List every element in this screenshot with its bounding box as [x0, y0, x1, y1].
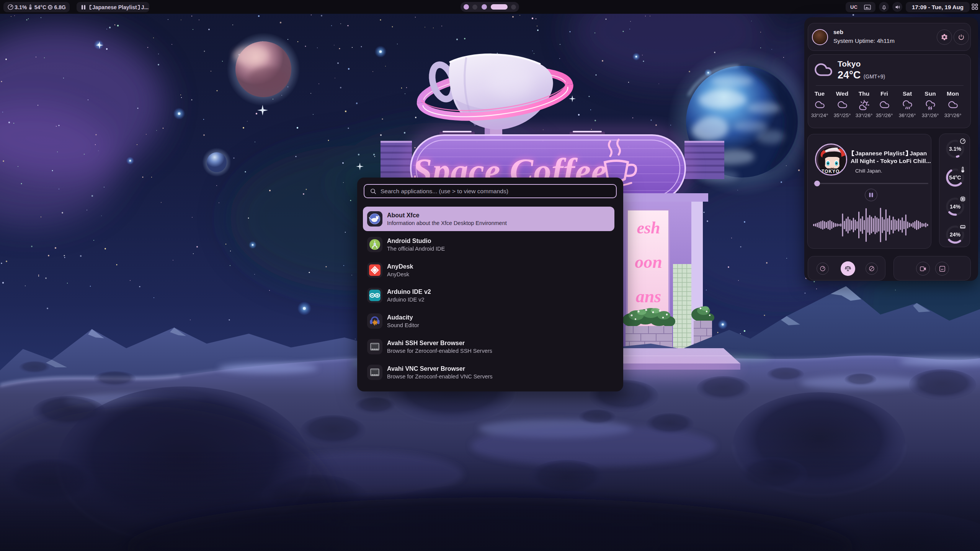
svg-text:TOKYO L: TOKYO L [822, 169, 844, 174]
svg-text:24%: 24% [950, 231, 961, 238]
svg-text:esh: esh [637, 218, 660, 237]
svg-text:oon: oon [635, 252, 662, 272]
svg-text:54°C: 54°C [949, 174, 961, 181]
svg-text:3.1%: 3.1% [949, 146, 961, 152]
svg-text:ans: ans [636, 287, 661, 306]
svg-text:14%: 14% [950, 204, 961, 210]
